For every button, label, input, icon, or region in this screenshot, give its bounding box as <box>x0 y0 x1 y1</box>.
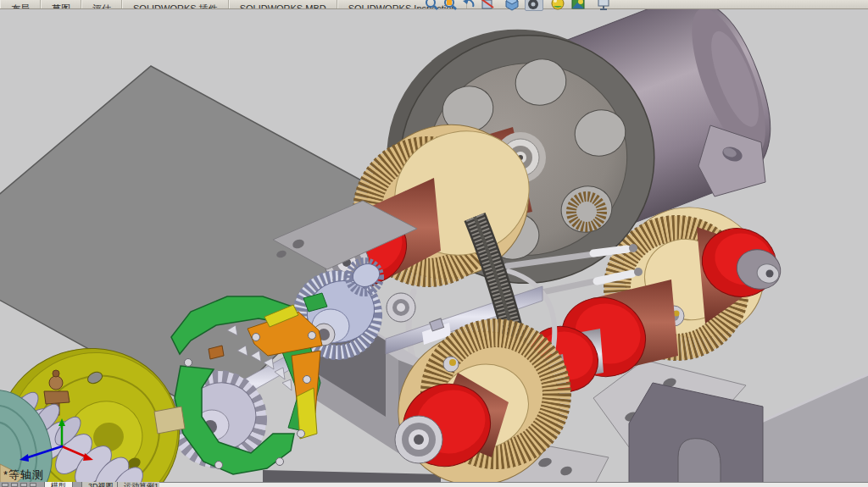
splitter-button[interactable] <box>11 483 18 487</box>
splitter-button[interactable] <box>2 483 8 487</box>
headsup-toolbar <box>421 0 633 11</box>
view-settings-icon[interactable] <box>596 0 611 11</box>
display-style-icon[interactable] <box>504 0 520 11</box>
zoom-fit-icon[interactable] <box>424 0 439 11</box>
zoom-area-icon[interactable] <box>442 0 458 11</box>
hide-show-items-icon[interactable] <box>525 0 543 11</box>
bottom-tabbar: 模型 3D视图 运动算例1 <box>0 482 868 487</box>
tab-model[interactable]: 模型 <box>44 482 73 487</box>
apply-scene-icon[interactable] <box>570 0 586 11</box>
previous-view-icon[interactable] <box>461 0 476 11</box>
tab-layout[interactable]: 布局 <box>0 0 41 9</box>
tab-sketch[interactable]: 草图 <box>41 0 81 9</box>
section-view-icon[interactable] <box>480 0 495 11</box>
khaki-shaft-stub <box>154 407 185 434</box>
edit-appearance-icon[interactable] <box>550 0 565 11</box>
tabbar-empty-space <box>159 482 868 487</box>
viewport-3d[interactable] <box>0 0 868 487</box>
view-orientation-label: *等轴测 <box>3 468 44 483</box>
tab-evaluate[interactable]: 评估 <box>81 0 122 9</box>
tab-motion-study[interactable]: 运动算例1 <box>117 482 165 487</box>
tab-addins[interactable]: SOLIDWORKS 插件 <box>122 0 229 9</box>
tab-mbd[interactable]: SOLIDWORKS MBD <box>229 0 337 9</box>
solidworks-window: 布局草图评估SOLIDWORKS 插件SOLIDWORKS MBDSOLIDWO… <box>0 0 868 487</box>
tab-3dviews[interactable]: 3D视图 <box>81 482 120 487</box>
splitter-button[interactable] <box>20 483 27 487</box>
splitter-button[interactable] <box>30 483 36 487</box>
